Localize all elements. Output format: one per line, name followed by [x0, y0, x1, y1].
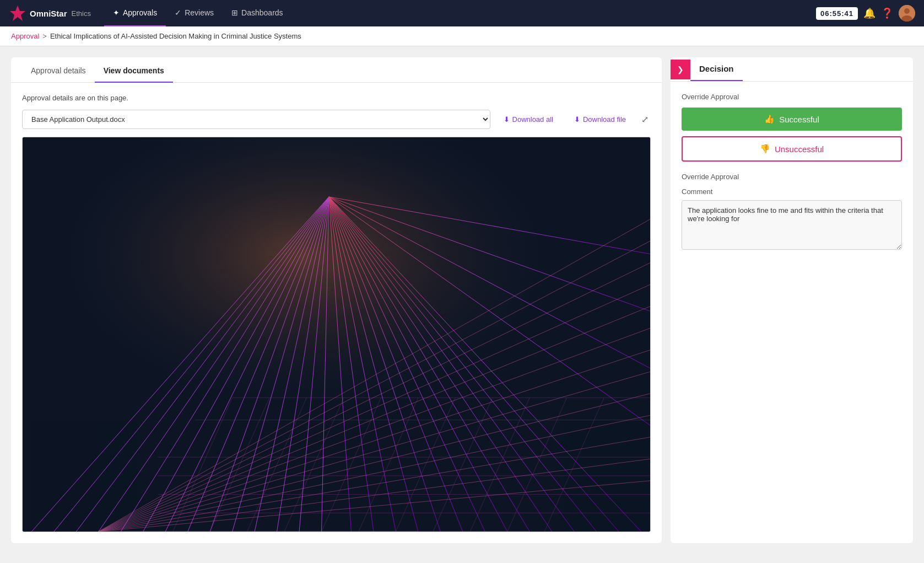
main-layout: Approval details View documents Approval… [0, 46, 924, 554]
right-panel-header: ❯ Decision [671, 57, 913, 82]
comment-textarea[interactable]: The application looks fine to me and fit… [682, 200, 902, 250]
footer: FI Solutions Privacy Policy EULA [0, 554, 924, 563]
reviews-icon: ✓ [175, 8, 181, 17]
tabs: Approval details View documents [11, 57, 662, 83]
brand-name: OmniStar [30, 9, 67, 18]
breadcrumb-separator: > [42, 32, 47, 40]
override-approval-label: Override Approval [682, 93, 902, 101]
nav-right: 06:55:41 🔔 ❓ [816, 5, 915, 22]
approvals-icon: ✦ [113, 8, 120, 17]
nav-items: ✦ Approvals ✓ Reviews ⊞ Dashboards [104, 0, 816, 26]
download-all-icon: ⬇ [504, 115, 510, 124]
tab-view-documents[interactable]: View documents [95, 57, 173, 83]
download-file-icon: ⬇ [574, 115, 580, 124]
avatar-image [899, 5, 915, 22]
timer: 06:55:41 [816, 7, 858, 20]
breadcrumb-current: Ethical Implications of AI-Assisted Deci… [50, 32, 301, 40]
override-approval-label2: Override Approval [682, 173, 902, 181]
svg-point-2 [904, 8, 910, 14]
thumbs-down-icon: 👎 [760, 144, 770, 154]
right-panel-title: Decision [690, 57, 743, 81]
collapse-button[interactable]: ❯ [671, 60, 690, 79]
right-panel: ❯ Decision Override Approval 👍 Successfu… [671, 57, 913, 543]
nav-reviews[interactable]: ✓ Reviews [166, 0, 223, 26]
successful-button[interactable]: 👍 Successful [682, 108, 902, 131]
document-select[interactable]: Base Application Output.docx [22, 110, 490, 129]
svg-rect-71 [23, 137, 650, 532]
unsuccessful-button[interactable]: 👎 Unsuccessful [682, 136, 902, 162]
left-panel: Approval details View documents Approval… [11, 57, 662, 543]
thumbs-up-icon: 👍 [764, 114, 775, 124]
brand-subtitle: Ethics [72, 9, 91, 18]
nav-dashboards[interactable]: ⊞ Dashboards [223, 0, 292, 26]
tab-approval-details[interactable]: Approval details [22, 57, 95, 83]
breadcrumb: Approval > Ethical Implications of AI-As… [0, 26, 924, 46]
nav-approvals[interactable]: ✦ Approvals [104, 0, 166, 26]
doc-toolbar: Base Application Output.docx ⬇ Download … [22, 110, 651, 129]
right-panel-body: Override Approval 👍 Successful 👎 Unsucce… [671, 82, 913, 543]
help-icon[interactable]: ❓ [881, 7, 893, 19]
panel-content: Approval details are on this page. Base … [11, 83, 662, 543]
chevron-left-icon: ❯ [677, 65, 684, 74]
comment-label: Comment [682, 187, 902, 196]
brand-logo-area: OmniStar Ethics [9, 4, 91, 22]
breadcrumb-link[interactable]: Approval [11, 32, 39, 40]
panel-info-text: Approval details are on this page. [22, 94, 651, 102]
document-preview [22, 137, 651, 532]
abstract-art [23, 137, 650, 532]
download-all-button[interactable]: ⬇ Download all [496, 111, 561, 127]
brand-icon [9, 4, 26, 22]
svg-marker-0 [10, 6, 25, 21]
dashboards-icon: ⊞ [231, 8, 238, 17]
top-navigation: OmniStar Ethics ✦ Approvals ✓ Reviews ⊞ … [0, 0, 924, 26]
download-file-button[interactable]: ⬇ Download file [566, 111, 634, 127]
user-avatar[interactable] [899, 5, 915, 22]
expand-button[interactable]: ⤢ [639, 112, 651, 127]
notification-icon[interactable]: 🔔 [863, 7, 876, 19]
